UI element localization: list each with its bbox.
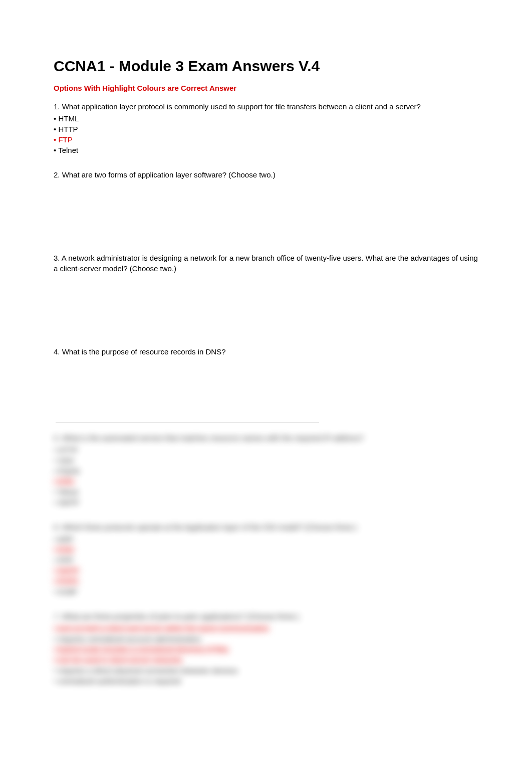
question-4: 4. What is the purpose of resource recor… [54,346,478,357]
option-http: • HTTP [54,124,478,134]
option-correct: • DNS [54,477,74,486]
question-7-blurred: 7. What are three properties of peer-to-… [54,611,478,686]
option: • ICMP [54,587,478,597]
question-text: 7. What are three properties of peer-to-… [54,611,478,622]
question-text: 5. What is the automated service that ma… [54,433,478,443]
option: • Telnet [54,487,478,497]
option-html: • HTML [54,113,478,124]
option: • FQDN [54,466,478,476]
option: • HTTP [54,445,478,455]
page-title: CCNA1 - Module 3 Exam Answers V.4 [54,58,478,75]
option-telnet: • Telnet [54,145,478,155]
option-correct: • POP3 [54,577,78,586]
option: • PPP [54,555,478,565]
option-correct: • can be used in client-server networks [54,656,182,664]
option-correct: • acts as both a client and server withi… [54,624,269,633]
option: • ARP [54,534,478,544]
question-text: 2. What are two forms of application lay… [54,169,478,180]
option-ftp-correct: • FTP [54,134,478,145]
document-content: CCNA1 - Module 3 Exam Answers V.4 Option… [0,0,532,686]
question-2: 2. What are two forms of application lay… [54,169,478,180]
option-correct: • SMTP [54,566,79,575]
option: • SMTP [54,497,478,508]
question-5-blurred: 5. What is the automated service that ma… [54,433,478,508]
question-text: 3. A network administrator is designing … [54,253,478,274]
option: • centralized authentication is required [54,676,478,686]
section-divider [56,422,319,423]
option-correct: • DNS [54,545,74,554]
question-text: 1. What application layer protocol is co… [54,101,478,112]
instruction-text: Options With Highlight Colours are Corre… [54,84,478,92]
option: • requires a direct physical connection … [54,665,478,676]
option: • SSH [54,455,478,466]
question-1: 1. What application layer protocol is co… [54,101,478,155]
question-6-blurred: 6. Which three protocols operate at the … [54,522,478,597]
option: • requires centralized account administr… [54,634,478,644]
option-correct: • hybrid mode includes a centralized dir… [54,645,229,654]
question-text: 6. Which three protocols operate at the … [54,522,478,532]
question-text: 4. What is the purpose of resource recor… [54,346,478,357]
question-3: 3. A network administrator is designing … [54,253,478,274]
blurred-preview: 5. What is the automated service that ma… [54,433,478,686]
